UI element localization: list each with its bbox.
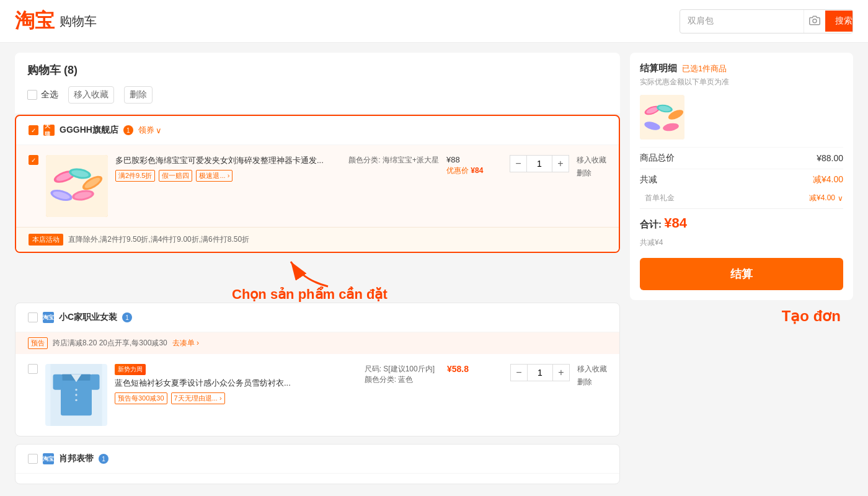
qty2-input[interactable] bbox=[528, 364, 552, 381]
svg-point-16 bbox=[75, 389, 77, 391]
store-badge: 1 bbox=[123, 125, 133, 135]
delete2-link[interactable]: 删除 bbox=[577, 377, 592, 388]
product-ops-1: 移入收藏 删除 bbox=[577, 155, 606, 179]
coupon-button[interactable]: 领券 ∨ bbox=[138, 125, 162, 136]
header-title: 购物车 bbox=[60, 13, 97, 30]
search-input[interactable] bbox=[680, 11, 804, 31]
store-header-tianmao: ✓ 天猫 GGGHH旗舰店 1 领券 ∨ bbox=[16, 116, 619, 145]
qty-minus-btn[interactable]: − bbox=[510, 155, 527, 172]
summary-card: 结算明细 已选1件商品 实际优惠金额以下单页为准 bbox=[630, 53, 853, 300]
move-to-fav-button[interactable]: 移入收藏 bbox=[68, 86, 114, 104]
tag-return: 极速退... › bbox=[196, 170, 232, 182]
store-block-xiaoband: 淘宝 肖邦表带 1 bbox=[15, 444, 620, 484]
qty-col-2: − + bbox=[510, 364, 570, 381]
svg-point-18 bbox=[75, 399, 77, 401]
store2-badge: 1 bbox=[122, 312, 132, 322]
checkout-button[interactable]: 结算 bbox=[640, 258, 843, 290]
first-order-row: 首单礼金 减¥4.00 ∨ bbox=[640, 190, 843, 206]
store-promo-1: 本店活动 直降除外,满2件打9.50折,满4件打9.00折,满6件打8.50折 bbox=[16, 227, 619, 252]
store-block-tianmao: ✓ 天猫 GGGHH旗舰店 1 领券 ∨ ✓ bbox=[15, 115, 620, 253]
svg-rect-20 bbox=[91, 374, 100, 390]
delete-link[interactable]: 删除 bbox=[577, 168, 591, 179]
create-order-annotation: Tạo đơn bbox=[630, 308, 853, 325]
summary-sidebar: 结算明细 已选1件商品 实际优惠金额以下单页为准 bbox=[630, 53, 853, 492]
header: 淘宝 购物车 搜索淘宝 bbox=[0, 0, 868, 43]
tianmao-logo: 天猫 bbox=[43, 125, 55, 136]
promo-text-1: 直降除外,满2件打9.50折,满4件打9.00折,满6件打8.50折 bbox=[68, 234, 249, 245]
qty2-plus-btn[interactable]: + bbox=[552, 364, 570, 381]
new-badge: 新势力周 bbox=[115, 364, 146, 375]
tag-discount: 满2件9.5折 bbox=[115, 170, 155, 182]
select-all-checkbox[interactable] bbox=[27, 90, 37, 100]
cart-title: 购物车 (8) bbox=[27, 63, 608, 78]
tag-guarantee: 假一赔四 bbox=[159, 170, 192, 182]
product-row-2: 新势力周 蓝色短袖衬衫女夏季设计感小众公务员雪纺衬衣... 预告每300减30 … bbox=[16, 354, 619, 436]
arrow-group: Chọn sản phẩm cần đặt bbox=[232, 255, 388, 303]
annotation-arrow-area: Chọn sản phẩm cần đặt bbox=[15, 255, 620, 303]
product2-checkbox-wrap[interactable] bbox=[28, 364, 38, 374]
store-header-xiaoc: 淘宝 小C家职业女装 1 bbox=[16, 303, 619, 332]
product-price-1: ¥88 优惠价 ¥84 bbox=[446, 155, 502, 176]
header-search: 搜索淘宝 bbox=[680, 9, 853, 33]
store-checkbox-wrap[interactable]: ✓ bbox=[29, 125, 38, 135]
tag2-return: 7天无理由退... › bbox=[171, 392, 225, 404]
product-info-2: 新势力周 蓝色短袖衬衫女夏季设计感小众公务员雪纺衬衣... 预告每300减30 … bbox=[115, 364, 357, 408]
tag2-discount: 预告每300减30 bbox=[115, 392, 167, 404]
final-sub: 共减¥4 bbox=[640, 237, 843, 248]
store-header-xb: 淘宝 肖邦表带 1 bbox=[16, 445, 619, 474]
delete-button[interactable]: 删除 bbox=[124, 86, 153, 104]
product-tags-1: 满2件9.5折 假一赔四 极速退... › bbox=[115, 170, 341, 182]
store2-checkbox-wrap[interactable] bbox=[28, 312, 38, 322]
search-box: 搜索淘宝 bbox=[680, 9, 853, 33]
store-block-xiaoc: 淘宝 小C家职业女装 1 预告 跨店满减8.20 20点开享,每300减30 去… bbox=[15, 303, 620, 436]
store3-checkbox[interactable] bbox=[28, 454, 38, 464]
product-info-1: 多巴胺彩色海绵宝宝可爱发夹女刘海碎发整理神器卡通发... 满2件9.5折 假一赔… bbox=[115, 155, 341, 185]
store2-promo-bar: 预告 跨店满减8.20 20点开享,每300减30 去凑单 › bbox=[16, 332, 619, 354]
product-tags-2: 预告每300减30 7天无理由退... › bbox=[115, 392, 357, 404]
move-fav2-link[interactable]: 移入收藏 bbox=[577, 364, 607, 374]
move-fav-link[interactable]: 移入收藏 bbox=[577, 155, 606, 166]
svg-rect-19 bbox=[53, 374, 63, 390]
product2-checkbox[interactable] bbox=[28, 364, 38, 374]
product-checkbox-wrap[interactable]: ✓ bbox=[29, 155, 38, 165]
qty-plus-btn[interactable]: + bbox=[552, 155, 569, 172]
taobao-logo-2: 淘宝 bbox=[43, 312, 54, 323]
product-name-1: 多巴胺彩色海绵宝宝可爱发夹女刘海碎发整理神器卡通发... bbox=[115, 155, 341, 166]
taobao-logo-3: 淘宝 bbox=[43, 453, 54, 464]
summary-total-row: 商品总价 ¥88.00 bbox=[640, 147, 843, 169]
summary-title: 结算明细 已选1件商品 bbox=[640, 63, 843, 74]
first-order-expand[interactable]: ∨ bbox=[838, 194, 843, 203]
product-image-2 bbox=[45, 364, 107, 426]
qty2-minus-btn[interactable]: − bbox=[510, 364, 528, 381]
qty-col-1: − + bbox=[510, 155, 569, 172]
qty-input[interactable] bbox=[527, 155, 552, 172]
product2-name-row: 新势力周 bbox=[115, 364, 357, 375]
product-variant-1: 颜色分类: 海绵宝宝+派大星 bbox=[348, 155, 439, 166]
coupon-link-2[interactable]: 去凑单 › bbox=[172, 338, 199, 348]
final-label: 合计: ¥84 bbox=[640, 215, 687, 231]
camera-icon[interactable] bbox=[804, 10, 825, 33]
select-all-wrap[interactable]: 全选 bbox=[27, 89, 58, 100]
cart-section: 购物车 (8) 全选 移入收藏 删除 ✓ 天猫 GGGHH旗 bbox=[15, 53, 620, 492]
store2-checkbox[interactable] bbox=[28, 312, 38, 322]
product2-variant: 尺码: S[建议100斤内] 颜色分类: 蓝色 bbox=[365, 364, 440, 385]
summary-subtitle: 实际优惠金额以下单页为准 bbox=[640, 77, 843, 87]
svg-point-0 bbox=[813, 19, 817, 22]
store2-name: 小C家职业女装 bbox=[59, 312, 117, 323]
select-all-label: 全选 bbox=[41, 89, 58, 100]
promo-label-2: 预告 bbox=[28, 337, 48, 349]
store-checkbox[interactable]: ✓ bbox=[29, 125, 38, 135]
svg-point-17 bbox=[75, 394, 77, 396]
summary-discount-row: 共减 减¥4.00 bbox=[640, 169, 843, 190]
store3-name: 肖邦表带 bbox=[59, 453, 94, 464]
search-button[interactable]: 搜索淘宝 bbox=[825, 11, 853, 32]
product2-price: ¥58.8 bbox=[447, 364, 503, 374]
cart-header: 购物车 (8) 全选 移入收藏 删除 bbox=[15, 53, 620, 113]
logo-text: 淘宝 bbox=[15, 7, 55, 35]
store3-badge: 1 bbox=[99, 454, 108, 464]
store3-checkbox-wrap[interactable] bbox=[28, 454, 38, 464]
main-layout: 购物车 (8) 全选 移入收藏 删除 ✓ 天猫 GGGHH旗 bbox=[0, 43, 868, 496]
product-checkbox[interactable]: ✓ bbox=[29, 155, 38, 165]
promo-tag-1: 本店活动 bbox=[29, 234, 63, 246]
header-logo: 淘宝 购物车 bbox=[15, 7, 97, 35]
